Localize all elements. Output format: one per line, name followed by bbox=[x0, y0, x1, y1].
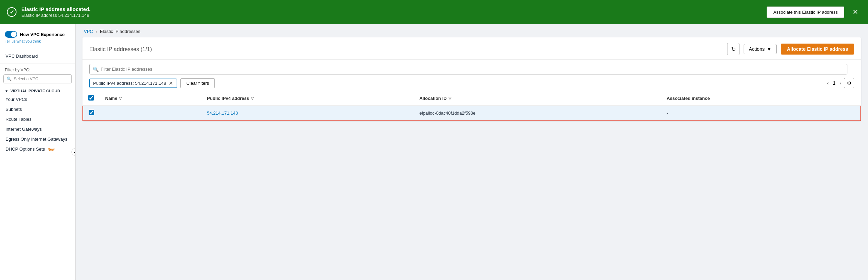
section-arrow-icon: ▼ bbox=[5, 89, 8, 93]
sidebar-item-your-vpcs[interactable]: Your VPCs bbox=[0, 94, 75, 104]
actions-dropdown-icon: ▼ bbox=[767, 46, 771, 52]
chips-pagination-row: Public IPv4 address: 54.214.171.148 ✕ Cl… bbox=[82, 76, 861, 92]
search-icon: 🔍 bbox=[7, 77, 12, 81]
vpc-search-box[interactable]: 🔍 Select a VPC bbox=[3, 74, 72, 83]
next-page-button[interactable]: › bbox=[838, 80, 843, 86]
filter-chips: Public IPv4 address: 54.214.171.148 ✕ Cl… bbox=[89, 78, 215, 88]
prev-page-button[interactable]: ‹ bbox=[826, 80, 830, 86]
sort-ipv4-icon: ▽ bbox=[251, 96, 254, 101]
banner-text: Elastic IP address allocated. Elastic IP… bbox=[21, 6, 767, 18]
sidebar-item-internet-gateways[interactable]: Internet Gateways bbox=[0, 124, 75, 134]
filter-chip-label: Public IPv4 address: 54.214.171.148 bbox=[93, 81, 166, 86]
sidebar-item-vpc-dashboard[interactable]: VPC Dashboard bbox=[0, 51, 75, 61]
table-header-row: Name ▽ Public IPv4 address ▽ bbox=[83, 92, 861, 105]
breadcrumb-separator: › bbox=[96, 29, 97, 34]
filter-chip-ipv4: Public IPv4 address: 54.214.171.148 ✕ bbox=[89, 79, 177, 88]
sidebar: New VPC Experience Tell us what you thin… bbox=[0, 24, 76, 280]
allocate-elastic-ip-button[interactable]: Allocate Elastic IP address bbox=[781, 44, 854, 55]
vpc-toggle-row: New VPC Experience bbox=[0, 28, 75, 39]
sidebar-item-subnets[interactable]: Subnets bbox=[0, 104, 75, 114]
banner-title: Elastic IP address allocated. bbox=[21, 6, 767, 12]
col-name: Name ▽ bbox=[100, 92, 201, 105]
card-title: Elastic IP addresses (1/1) bbox=[89, 46, 723, 53]
vpc-section-title: ▼ VIRTUAL PRIVATE CLOUD bbox=[0, 86, 75, 94]
col-allocation-id: Allocation ID ▽ bbox=[414, 92, 661, 105]
breadcrumb-current: Elastic IP addresses bbox=[100, 29, 141, 34]
new-badge: New bbox=[47, 148, 55, 151]
banner-subtitle: Elastic IP address 54.214.171.148 bbox=[21, 13, 767, 18]
sort-allocation-icon: ▽ bbox=[448, 96, 451, 101]
vpc-feedback-link[interactable]: Tell us what you think bbox=[0, 39, 75, 47]
settings-button[interactable]: ⚙ bbox=[844, 78, 854, 88]
actions-label: Actions bbox=[749, 46, 765, 52]
table-wrap: Name ▽ Public IPv4 address ▽ bbox=[82, 92, 861, 121]
breadcrumb: VPC › Elastic IP addresses bbox=[76, 24, 868, 37]
table-row[interactable]: 54.214.171.148 eipalloc-0dac48f1dda2f598… bbox=[83, 105, 861, 121]
content-area: VPC › Elastic IP addresses Elastic IP ad… bbox=[76, 24, 868, 280]
sidebar-item-egress-gateways[interactable]: Egress Only Internet Gateways bbox=[0, 134, 75, 144]
col-ipv4: Public IPv4 address ▽ bbox=[201, 92, 414, 105]
associate-elastic-ip-button[interactable]: Associate this Elastic IP address bbox=[767, 7, 844, 18]
main-layout: New VPC Experience Tell us what you thin… bbox=[0, 24, 868, 280]
elastic-ip-card: Elastic IP addresses (1/1) ↻ Actions ▼ A… bbox=[82, 37, 861, 121]
row-name bbox=[100, 105, 201, 121]
select-all-header bbox=[83, 92, 100, 105]
filter-area: 🔍 bbox=[82, 60, 861, 76]
elastic-ip-table: Name ▽ Public IPv4 address ▽ bbox=[82, 92, 861, 121]
clear-filters-button[interactable]: Clear filters bbox=[180, 78, 215, 88]
row-allocation-id: eipalloc-0dac48f1dda2f598e bbox=[414, 105, 661, 121]
sidebar-collapse-button[interactable]: ◀ bbox=[71, 148, 76, 156]
search-icon: 🔍 bbox=[93, 67, 99, 72]
filter-by-vpc-label: Filter by VPC: bbox=[0, 66, 75, 73]
row-checkbox[interactable] bbox=[89, 110, 94, 115]
page-number: 1 bbox=[832, 80, 837, 86]
vpc-search-placeholder: Select a VPC bbox=[14, 77, 38, 81]
sidebar-item-dhcp-options[interactable]: DHCP Options Sets New bbox=[0, 144, 75, 154]
search-wrap: 🔍 bbox=[89, 64, 847, 74]
row-ipv4[interactable]: 54.214.171.148 bbox=[201, 105, 414, 121]
card-header: Elastic IP addresses (1/1) ↻ Actions ▼ A… bbox=[82, 37, 861, 60]
success-icon: ✓ bbox=[7, 7, 16, 17]
breadcrumb-vpc-link[interactable]: VPC bbox=[84, 29, 93, 34]
sidebar-item-route-tables[interactable]: Route Tables bbox=[0, 114, 75, 124]
select-all-checkbox[interactable] bbox=[88, 95, 94, 101]
search-input[interactable] bbox=[89, 64, 847, 74]
sidebar-vpc-title: New VPC Experience bbox=[20, 32, 65, 37]
refresh-button[interactable]: ↻ bbox=[727, 43, 739, 55]
banner-close-button[interactable]: ✕ bbox=[850, 7, 861, 18]
col-associated-instance: Associated instance bbox=[661, 92, 861, 105]
success-banner: ✓ Elastic IP address allocated. Elastic … bbox=[0, 0, 868, 24]
filter-chip-close-button[interactable]: ✕ bbox=[169, 81, 173, 86]
actions-button[interactable]: Actions ▼ bbox=[744, 44, 777, 54]
row-checkbox-cell bbox=[83, 105, 100, 121]
new-vpc-toggle[interactable] bbox=[5, 31, 17, 38]
sort-name-icon: ▽ bbox=[119, 96, 122, 101]
row-associated-instance: - bbox=[661, 105, 861, 121]
pagination: ‹ 1 › ⚙ bbox=[826, 78, 854, 88]
